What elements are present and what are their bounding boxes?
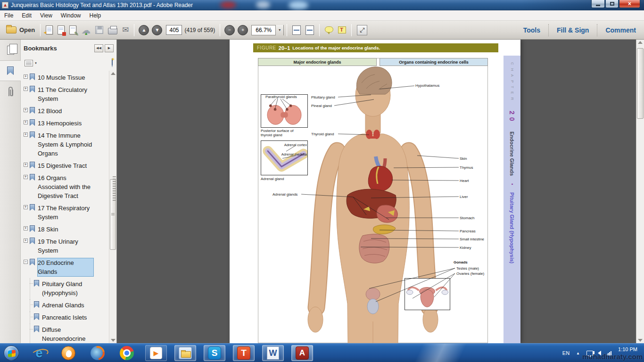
scroll-down-arrow[interactable]	[111, 339, 116, 342]
save-button[interactable]	[93, 24, 106, 37]
options-dropdown-arrow[interactable]: ▼	[34, 62, 37, 65]
pages-icon	[7, 46, 14, 55]
media-player-icon[interactable]: ▶	[145, 345, 167, 361]
bookmark-item[interactable]: Pituitary Gland (Hypophysis)	[24, 278, 109, 299]
bookmarks-header: Bookmarks ◀◀ ▶	[21, 40, 116, 57]
expand-toggle[interactable]: +	[24, 108, 28, 112]
open-button[interactable]: Open	[4, 24, 37, 37]
expand-toggle[interactable]: −	[24, 260, 28, 264]
chrome-icon[interactable]	[116, 345, 138, 361]
sticky-note-button[interactable]	[322, 24, 336, 37]
gom-player-icon[interactable]	[58, 345, 79, 361]
bookmark-item[interactable]: Pancreatic Islets	[24, 312, 109, 324]
internet-explorer-icon[interactable]: e	[28, 345, 50, 361]
expand-toggle[interactable]: +	[24, 163, 28, 167]
expand-toggle[interactable]: +	[24, 226, 28, 230]
bookmark-item[interactable]: +14 The Immune System & Lymphoid Organs	[24, 130, 109, 160]
expand-toggle[interactable]: +	[24, 120, 28, 124]
close-button[interactable]: ×	[619, 0, 640, 8]
skype-icon[interactable]: S	[204, 345, 225, 361]
bookmarks-panel: Bookmarks ◀◀ ▶ ▼ +10 Muscle Tissue+11 Th…	[0, 40, 117, 343]
bookmark-item[interactable]: +18 Skin	[24, 223, 109, 236]
sign-document-button[interactable]: ✎	[67, 24, 79, 37]
menu-view[interactable]: View	[36, 11, 57, 20]
start-button[interactable]	[2, 345, 21, 361]
attachments-tab[interactable]	[0, 81, 21, 102]
expand-toggle[interactable]: +	[24, 239, 28, 243]
previous-page-button[interactable]: ▲	[139, 25, 149, 35]
export-pdf-button[interactable]	[55, 24, 67, 37]
bookmarks-scrollbar[interactable]	[109, 71, 116, 343]
page-thumbnails-tab[interactable]	[0, 40, 21, 60]
expand-toggle[interactable]: +	[24, 205, 28, 209]
bookmark-item[interactable]: +12 Blood	[24, 105, 109, 117]
bookmark-item[interactable]: +11 The Circulatory System	[24, 84, 109, 105]
bookmark-label: 15 Digestive Tract	[38, 161, 93, 170]
adobe-reader-icon[interactable]: A	[291, 345, 313, 361]
highlight-icon	[338, 26, 346, 33]
restore-button[interactable]	[605, 0, 619, 8]
scrollbar-thumb[interactable]	[637, 48, 644, 119]
taskbar: e▶STWA EN ▲ 1:10 PM muhadharaty.com	[0, 343, 644, 362]
bookmark-item[interactable]: +10 Muscle Tissue	[24, 72, 109, 84]
expand-toggle[interactable]: +	[24, 132, 28, 137]
bookmarks-tab[interactable]	[0, 60, 21, 81]
scroll-down-arrow[interactable]	[638, 339, 643, 342]
zoom-dropdown-arrow[interactable]: ▼	[275, 25, 283, 35]
expand-toggle[interactable]: +	[24, 74, 28, 79]
fit-width-button[interactable]	[290, 24, 303, 37]
document-viewer[interactable]: FIGURE 20–1 Locations of the major endoc…	[117, 40, 636, 343]
figure-label: Kidney	[460, 246, 471, 250]
bookmark-item[interactable]: Adrenal Glands	[24, 299, 109, 312]
highlight-button[interactable]	[336, 24, 348, 37]
print-button[interactable]	[106, 24, 120, 37]
bookmark-label: 11 The Circulatory System	[38, 85, 93, 103]
fit-page-button[interactable]	[303, 24, 316, 37]
bookmark-item[interactable]: +15 Digestive Tract	[24, 160, 109, 172]
word-icon[interactable]: W	[262, 345, 284, 361]
scroll-up-arrow[interactable]	[111, 72, 116, 75]
windows-explorer-icon[interactable]	[174, 345, 196, 361]
scroll-up-arrow[interactable]	[638, 41, 643, 44]
panel-splitter-handle[interactable]	[113, 176, 116, 202]
send-file-button[interactable]: ◂	[43, 24, 55, 37]
collapse-panel-button[interactable]: ◀◀	[94, 44, 103, 52]
bookmark-label: 13 Hemopoiesis	[38, 119, 93, 128]
comment-button[interactable]: Comment	[597, 24, 644, 36]
bookmark-item[interactable]: +16 Organs Associated with the Digestive…	[24, 172, 109, 202]
menu-help[interactable]: Help	[85, 11, 106, 20]
bookmark-item[interactable]: −20 Endocrine Glands	[24, 257, 109, 278]
clock[interactable]: 1:10 PM	[618, 346, 637, 352]
fill-sign-button[interactable]: Fill & Sign	[548, 24, 597, 36]
figure-label: Liver	[460, 195, 468, 199]
zoom-level-combo[interactable]: 66.7% ▼	[251, 25, 284, 35]
menu-window[interactable]: Window	[57, 11, 85, 20]
language-indicator[interactable]: EN	[562, 350, 570, 356]
new-bookmark-button[interactable]	[112, 59, 113, 67]
hidden-icons-arrow[interactable]: ▲	[576, 351, 580, 355]
firefox-icon[interactable]	[87, 345, 108, 361]
bookmark-item[interactable]: +13 Hemopoiesis	[24, 117, 109, 130]
cloud-upload-button[interactable]: ☁▲	[79, 24, 93, 37]
expand-panel-button[interactable]: ▶	[105, 44, 114, 52]
new-bookmark-icon	[112, 58, 113, 67]
bookmark-options-icon[interactable]	[25, 60, 33, 66]
bookmark-item[interactable]: Diffuse Neuroendocrine	[24, 324, 109, 343]
zoom-in-button[interactable]: +	[238, 25, 248, 35]
figure-label: Thymus	[460, 165, 473, 170]
next-page-button[interactable]: ▼	[152, 25, 162, 35]
zoom-out-button[interactable]: −	[224, 25, 235, 35]
menu-file[interactable]: File	[0, 11, 17, 20]
page-number-input[interactable]	[166, 25, 182, 35]
minimize-button[interactable]	[591, 0, 605, 8]
document-scrollbar[interactable]	[636, 40, 644, 343]
reading-mode-button[interactable]: ⤢	[355, 24, 370, 37]
bookmark-item[interactable]: +17 The Respiratory System	[24, 202, 109, 223]
bookmark-item[interactable]: +19 The Urinary System	[24, 236, 109, 257]
expand-toggle[interactable]: +	[24, 175, 28, 179]
tools-button[interactable]: Tools	[515, 24, 548, 36]
t-app-icon[interactable]: T	[233, 345, 255, 361]
expand-toggle[interactable]: +	[24, 87, 28, 91]
email-button[interactable]: ✉	[120, 24, 131, 37]
menu-edit[interactable]: Edit	[17, 11, 36, 20]
